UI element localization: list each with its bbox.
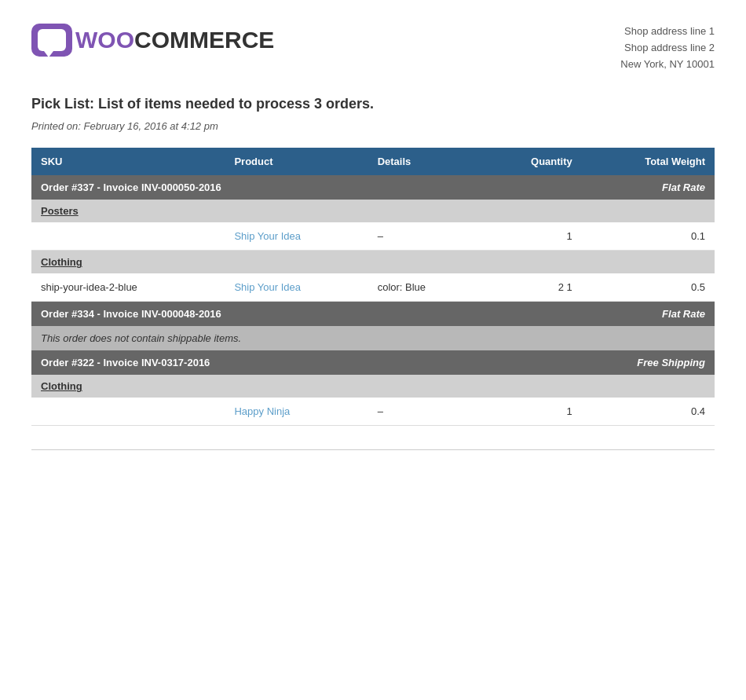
- category-row: Posters: [31, 200, 715, 222]
- shop-address: Shop address line 1 Shop address line 2 …: [620, 24, 715, 72]
- category-row: Clothing: [31, 375, 715, 398]
- logo-bubble-inner: [38, 29, 66, 51]
- category-name: Clothing: [31, 251, 715, 274]
- order-shipping: Flat Rate: [481, 302, 715, 327]
- table-row: ship-your-idea-2-blue Ship Your Idea col…: [31, 273, 715, 302]
- logo-woo: WOO: [75, 27, 134, 53]
- order-label: Order #322 - Invoice INV-0317-2016: [31, 350, 481, 375]
- order-row: Order #337 - Invoice INV-000050-2016 Fla…: [31, 175, 715, 200]
- category-row: Clothing: [31, 251, 715, 274]
- order-shipping: Free Shipping: [481, 350, 715, 375]
- logo-bubble-icon: [31, 24, 72, 57]
- item-total-weight: 0.4: [582, 398, 715, 426]
- logo: WOOCOMMERCE: [31, 24, 274, 57]
- item-product: Ship Your Idea: [225, 222, 368, 251]
- col-total-weight: Total Weight: [582, 148, 715, 175]
- item-sku: ship-your-idea-2-blue: [31, 273, 225, 302]
- product-link[interactable]: Ship Your Idea: [234, 281, 301, 293]
- logo-text: WOOCOMMERCE: [75, 27, 274, 53]
- col-quantity: Quantity: [481, 148, 582, 175]
- product-link[interactable]: Happy Ninja: [234, 405, 290, 417]
- item-product: Ship Your Idea: [225, 273, 368, 302]
- order-row: Order #322 - Invoice INV-0317-2016 Free …: [31, 350, 715, 375]
- shop-address-line1: Shop address line 1: [620, 24, 715, 40]
- item-total-weight: 0.5: [582, 273, 715, 302]
- page-title: Pick List: List of items needed to proce…: [31, 96, 715, 112]
- pick-list-table: SKU Product Details Quantity Total Weigh…: [31, 148, 715, 426]
- page-header: WOOCOMMERCE Shop address line 1 Shop add…: [31, 24, 715, 72]
- product-link[interactable]: Ship Your Idea: [234, 230, 301, 242]
- category-name: Posters: [31, 200, 715, 222]
- category-name: Clothing: [31, 375, 715, 398]
- shop-address-line3: New York, NY 10001: [620, 57, 715, 73]
- table-header-row: SKU Product Details Quantity Total Weigh…: [31, 148, 715, 175]
- item-quantity: 1: [481, 222, 582, 251]
- order-label: Order #337 - Invoice INV-000050-2016: [31, 175, 481, 200]
- col-product: Product: [225, 148, 368, 175]
- item-product: Happy Ninja: [225, 398, 368, 426]
- item-details: –: [368, 222, 481, 251]
- item-quantity: 1: [481, 398, 582, 426]
- col-details: Details: [368, 148, 481, 175]
- print-date: Printed on: February 16, 2016 at 4:12 pm: [31, 120, 715, 132]
- table-row: Happy Ninja – 1 0.4: [31, 398, 715, 426]
- order-row: Order #334 - Invoice INV-000048-2016 Fla…: [31, 302, 715, 327]
- no-ship-row: This order does not contain shippable it…: [31, 326, 715, 350]
- item-sku: [31, 398, 225, 426]
- shop-address-line2: Shop address line 2: [620, 40, 715, 57]
- table-row: Ship Your Idea – 1 0.1: [31, 222, 715, 251]
- logo-commerce: COMMERCE: [134, 27, 274, 53]
- no-ship-text: This order does not contain shippable it…: [31, 326, 715, 350]
- item-total-weight: 0.1: [582, 222, 715, 251]
- col-sku: SKU: [31, 148, 225, 175]
- order-shipping: Flat Rate: [481, 175, 715, 200]
- footer-divider: [31, 449, 715, 450]
- item-sku: [31, 222, 225, 251]
- item-quantity: 2 1: [481, 273, 582, 302]
- order-label: Order #334 - Invoice INV-000048-2016: [31, 302, 481, 327]
- item-details: –: [368, 398, 481, 426]
- item-details: color: Blue: [368, 273, 481, 302]
